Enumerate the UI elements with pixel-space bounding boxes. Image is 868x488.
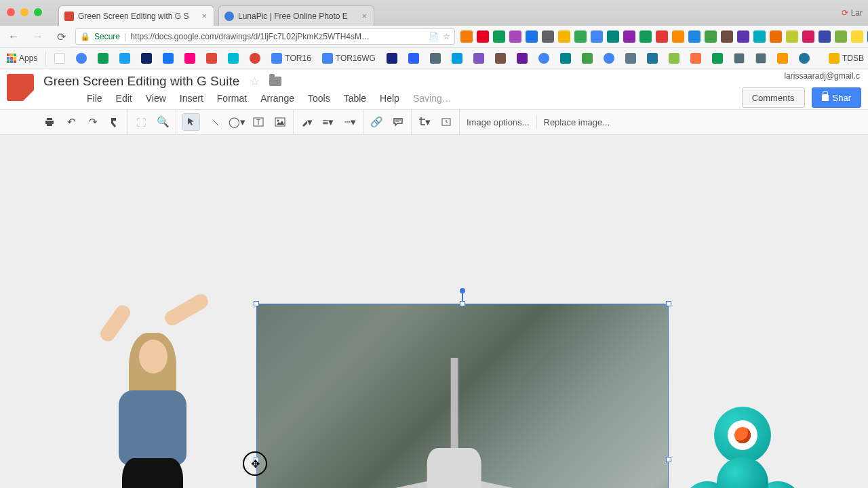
bookmark-item[interactable] xyxy=(579,52,595,65)
comments-button[interactable]: Comments xyxy=(742,87,805,108)
extension-icon[interactable] xyxy=(688,30,701,43)
bookmark-item[interactable] xyxy=(182,52,198,65)
bookmark-item[interactable] xyxy=(731,52,747,65)
extension-icon[interactable] xyxy=(623,30,635,43)
star-icon[interactable]: ☆ xyxy=(443,32,450,41)
extension-icon[interactable] xyxy=(607,30,619,43)
extension-icon[interactable] xyxy=(672,30,684,43)
forward-button[interactable]: → xyxy=(28,28,47,45)
menu-edit[interactable]: Edit xyxy=(116,93,132,104)
bookmark-item[interactable] xyxy=(117,52,133,65)
extension-icon[interactable] xyxy=(526,30,538,43)
crop-icon[interactable]: ▾ xyxy=(418,116,431,128)
image-robot[interactable] xyxy=(682,407,804,488)
bookmark-item[interactable]: TOR16WG xyxy=(319,52,378,65)
bookmark-item[interactable] xyxy=(709,52,726,65)
extension-icon[interactable] xyxy=(558,30,570,43)
extension-icon[interactable] xyxy=(851,30,863,43)
document-title[interactable]: Green Screen Editing with G Suite xyxy=(43,74,239,88)
image-tool-icon[interactable] xyxy=(274,116,286,128)
image-options-button[interactable]: Image options... xyxy=(460,117,536,127)
bookmark-item[interactable] xyxy=(247,52,263,65)
profile-indicator[interactable]: ⟳ Lar xyxy=(842,8,863,18)
extension-icon[interactable] xyxy=(786,30,798,43)
menu-help[interactable]: Help xyxy=(380,93,399,104)
extension-icon[interactable] xyxy=(737,30,749,43)
print-icon[interactable] xyxy=(43,116,56,128)
bookmark-item[interactable] xyxy=(138,52,155,65)
browser-tab-active[interactable]: Green Screen Editing with G S × xyxy=(58,5,214,26)
extension-icon[interactable] xyxy=(721,30,733,43)
bookmark-item[interactable] xyxy=(536,52,552,65)
resize-handle-tm[interactable] xyxy=(460,301,465,306)
bookmark-item[interactable]: TOR16 xyxy=(269,52,313,65)
extension-icon[interactable] xyxy=(802,30,814,43)
bookmark-item[interactable] xyxy=(471,52,487,65)
extension-icon[interactable] xyxy=(493,30,505,43)
extension-icon[interactable] xyxy=(770,30,782,43)
account-email[interactable]: larissaaradj@gmail.c xyxy=(784,71,860,81)
bookmark-item[interactable] xyxy=(427,52,443,65)
resize-handle-tr[interactable] xyxy=(666,301,671,306)
extension-icon[interactable] xyxy=(818,30,831,43)
redo-icon[interactable]: ↷ xyxy=(87,116,99,128)
extension-icon[interactable] xyxy=(460,30,473,43)
address-bar[interactable]: 🔒 Secure | https://docs.google.com/drawi… xyxy=(75,28,455,45)
rotate-handle[interactable] xyxy=(460,288,465,293)
bookmark-item[interactable] xyxy=(492,52,509,65)
link-icon[interactable]: 🔗 xyxy=(370,116,382,128)
bookmark-item[interactable] xyxy=(774,52,791,65)
extension-icon[interactable] xyxy=(835,30,847,43)
menu-file[interactable]: File xyxy=(87,93,102,104)
line-dash-icon[interactable]: ┄▾ xyxy=(344,116,356,128)
bookmark-item[interactable] xyxy=(95,52,111,65)
resize-handle-tl[interactable] xyxy=(254,301,259,306)
extension-icon[interactable] xyxy=(639,30,652,43)
reader-icon[interactable]: 📄 xyxy=(429,32,439,41)
apps-shortcut[interactable]: Apps xyxy=(4,52,40,64)
app-logo-icon[interactable] xyxy=(7,74,34,101)
fit-icon[interactable]: ⛶ xyxy=(135,116,147,128)
share-button[interactable]: Shar xyxy=(812,87,861,108)
bookmark-item[interactable] xyxy=(384,52,400,65)
extension-icon[interactable] xyxy=(477,30,489,43)
reload-button[interactable]: ⟳ xyxy=(53,28,70,46)
bookmark-item[interactable] xyxy=(406,52,422,65)
bookmark-item[interactable] xyxy=(203,52,220,65)
bookmark-item[interactable] xyxy=(601,52,617,65)
extension-icon[interactable] xyxy=(656,30,668,43)
close-window-button[interactable] xyxy=(7,8,15,16)
extension-icon[interactable] xyxy=(509,30,521,43)
undo-icon[interactable]: ↶ xyxy=(65,116,77,128)
line-weight-icon[interactable]: ≡▾ xyxy=(322,116,334,128)
menu-table[interactable]: Table xyxy=(344,93,366,104)
menu-insert[interactable]: Insert xyxy=(180,93,203,104)
minimize-window-button[interactable] xyxy=(20,8,28,16)
extension-icon[interactable] xyxy=(542,30,554,43)
bookmark-tdsb[interactable]: TDSB xyxy=(829,53,864,64)
paint-format-icon[interactable] xyxy=(108,116,121,128)
reset-image-icon[interactable] xyxy=(440,116,452,128)
shape-tool-icon[interactable]: ◯▾ xyxy=(231,116,243,128)
extension-icon[interactable] xyxy=(574,30,587,43)
bookmark-item[interactable] xyxy=(73,52,90,65)
comment-icon[interactable] xyxy=(392,116,404,128)
image-space-shuttle-selected[interactable] xyxy=(256,304,669,488)
bookmark-item[interactable] xyxy=(688,52,704,65)
zoom-icon[interactable]: 🔍 xyxy=(157,116,169,128)
bookmark-item[interactable] xyxy=(753,52,769,65)
menu-arrange[interactable]: Arrange xyxy=(260,93,294,104)
replace-image-button[interactable]: Replace image... xyxy=(537,117,617,127)
resize-handle-mr[interactable] xyxy=(666,457,671,462)
bookmark-item[interactable] xyxy=(796,52,812,65)
bookmark-item[interactable] xyxy=(225,52,241,65)
move-to-folder-icon[interactable] xyxy=(269,77,281,86)
extension-icon[interactable] xyxy=(591,30,603,43)
close-tab-icon[interactable]: × xyxy=(200,11,208,21)
browser-tab-inactive[interactable]: LunaPic | Free Online Photo E × xyxy=(218,5,374,26)
bookmark-item[interactable] xyxy=(557,52,574,65)
bookmark-item[interactable] xyxy=(160,52,176,65)
drawing-canvas[interactable]: ✥ xyxy=(0,141,868,488)
maximize-window-button[interactable] xyxy=(34,8,42,16)
line-color-icon[interactable]: ▾ xyxy=(300,116,313,128)
